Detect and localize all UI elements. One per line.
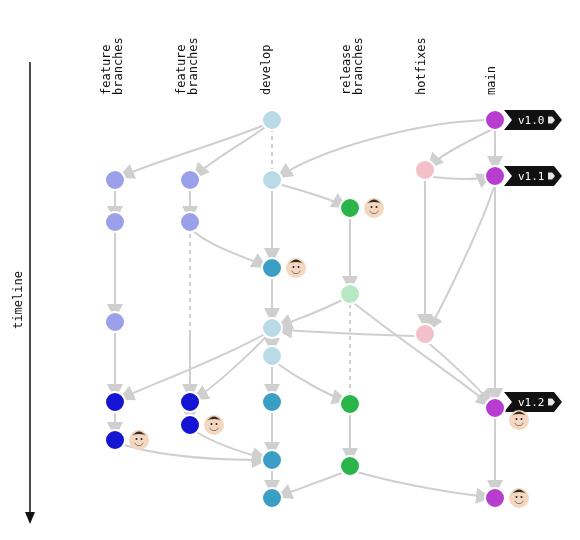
col-hotfix: hotfixes — [414, 37, 428, 95]
commit-release — [340, 456, 360, 476]
tag-v1-1: v1.1 — [504, 166, 562, 186]
svg-text:v1.2: v1.2 — [518, 396, 545, 409]
col-feature-b: featurebranches — [174, 37, 200, 95]
edges — [115, 120, 495, 497]
commit-develop — [262, 450, 282, 470]
col-main: main — [484, 66, 498, 95]
commit-feature-a — [105, 312, 125, 332]
avatar-icon — [509, 410, 529, 430]
commit-develop — [262, 318, 282, 338]
commit-develop — [262, 170, 282, 190]
commit-develop — [262, 346, 282, 366]
tag-v1-0: v1.0 — [504, 110, 562, 130]
commit-main — [485, 166, 505, 186]
column-labels: featurebranches featurebranches develop … — [99, 37, 498, 95]
commit-feature-a — [105, 430, 125, 450]
timeline-label: timeline — [11, 271, 25, 329]
commit-release — [340, 198, 360, 218]
gitflow-diagram: timeline featurebranches featurebranches… — [0, 0, 580, 540]
commit-develop — [262, 258, 282, 278]
col-release: releasebranches — [339, 37, 365, 95]
avatar-icon — [286, 258, 306, 278]
commit-main — [485, 398, 505, 418]
commit-feature-a — [105, 392, 125, 412]
avatar-icon — [204, 415, 224, 435]
avatar-icon — [364, 198, 384, 218]
commit-feature-b — [180, 170, 200, 190]
commit-hotfix — [415, 324, 435, 344]
commit-feature-a — [105, 170, 125, 190]
avatar-icon — [509, 488, 529, 508]
commit-develop — [262, 488, 282, 508]
commit-main — [485, 110, 505, 130]
commits — [105, 110, 529, 508]
commit-feature-b — [180, 392, 200, 412]
commit-release — [340, 284, 360, 304]
svg-text:v1.0: v1.0 — [518, 114, 545, 127]
commit-hotfix — [415, 160, 435, 180]
col-feature-a: featurebranches — [99, 37, 125, 95]
commit-release — [340, 394, 360, 414]
commit-main — [485, 488, 505, 508]
commit-develop — [262, 392, 282, 412]
commit-feature-a — [105, 212, 125, 232]
tags: v1.0 v1.1 v1.2 — [504, 110, 562, 412]
commit-feature-b — [180, 212, 200, 232]
tag-v1-2: v1.2 — [504, 392, 562, 412]
avatar-icon — [129, 430, 149, 450]
timeline-axis: timeline — [11, 62, 35, 524]
commit-feature-b — [180, 415, 200, 435]
col-develop: develop — [259, 44, 273, 95]
commit-develop — [262, 110, 282, 130]
svg-text:v1.1: v1.1 — [518, 170, 545, 183]
